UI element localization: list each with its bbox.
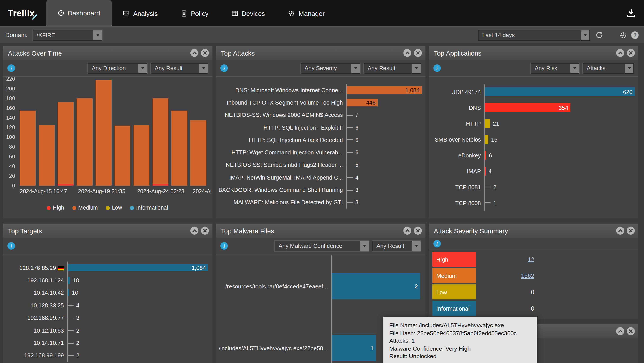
direction-filter-select[interactable]: Any Direction — [88, 63, 147, 74]
collapse-icon[interactable] — [403, 227, 411, 235]
row-label: 10.12.10.53 — [5, 327, 68, 334]
result-filter-select[interactable]: Any Result — [151, 63, 208, 74]
risk-filter-select[interactable]: Any Risk — [531, 63, 579, 74]
attack-time-bar[interactable] — [172, 111, 187, 186]
close-icon[interactable] — [627, 327, 635, 335]
info-icon[interactable] — [220, 242, 228, 250]
bar-value: 4 — [488, 168, 492, 174]
close-icon[interactable] — [627, 49, 635, 57]
row-label: SMB over Netbios — [431, 136, 484, 143]
value-bar[interactable]: 620 — [485, 87, 635, 96]
row-label: HTTP: Wget Command Injection Vulnerab... — [218, 149, 346, 156]
row-label: IMAP: NetWin SurgeMail IMAPd Append C... — [218, 174, 346, 181]
legend-dot — [47, 206, 51, 210]
panel-header: Top Targets — [3, 224, 212, 238]
attack-time-bar[interactable] — [96, 80, 112, 186]
value-bar[interactable]: 1,084 — [68, 264, 208, 271]
tick-dash — [347, 140, 353, 141]
value-bar[interactable] — [68, 289, 69, 296]
collapse-icon[interactable] — [616, 227, 624, 235]
metric-select[interactable]: Attacks — [583, 63, 634, 74]
value-bar[interactable] — [485, 135, 488, 144]
top-targets-rows: 128.176.85.291,084192.168.1.1241810.14.1… — [3, 254, 212, 362]
dashboard-app: Trellix Dashboard Analysis Policy Device… — [0, 0, 644, 363]
aot-x-labels: 2024-Aug-15 16:472024-Aug-19 21:352024-A… — [20, 188, 209, 196]
collapse-icon[interactable] — [616, 49, 624, 57]
attack-time-bar[interactable] — [77, 98, 92, 186]
tab-manager[interactable]: Manager — [276, 0, 336, 27]
value-bar[interactable] — [68, 277, 70, 284]
download-icon[interactable] — [626, 8, 636, 18]
malware-confidence-filter-select[interactable]: Any Malware Confidence — [274, 241, 369, 251]
value-bar[interactable]: 1,084 — [347, 86, 422, 94]
value-bar[interactable] — [485, 151, 486, 160]
close-icon[interactable] — [201, 49, 209, 57]
close-icon[interactable] — [414, 49, 422, 57]
chart-row: 10.14.10.712 — [5, 337, 210, 349]
collapse-icon[interactable] — [190, 49, 198, 57]
bar-value: 4 — [76, 302, 79, 309]
info-icon[interactable] — [220, 64, 228, 72]
y-tick-label: 100 — [6, 134, 15, 140]
high-segment — [152, 184, 168, 186]
document-icon — [181, 10, 187, 17]
medium-segment — [96, 80, 112, 186]
panel-title: Attacks Over Time — [8, 49, 62, 57]
close-icon[interactable] — [627, 227, 635, 235]
result-filter-select[interactable]: Any Result — [364, 63, 421, 74]
tooltip-line: File Name: /includes/AL5THvvehvvvajyc.ex… — [389, 321, 531, 329]
collapse-icon[interactable] — [403, 49, 411, 57]
info-icon[interactable] — [433, 64, 441, 72]
collapse-icon[interactable] — [616, 327, 624, 335]
severity-count: 0 — [476, 305, 534, 312]
value-bar[interactable]: 2 — [332, 273, 420, 299]
medium-segment — [190, 120, 206, 186]
info-icon[interactable] — [8, 242, 15, 250]
attack-time-bar[interactable] — [114, 126, 130, 186]
chart-row: Inbound TCP OTX Segment Volume Too High4… — [218, 96, 423, 109]
row-label: IMAP — [431, 168, 484, 174]
value-bar[interactable]: 1 — [332, 335, 376, 361]
tab-dashboard[interactable]: Dashboard — [46, 0, 112, 27]
result-filter-select[interactable]: Any Result — [372, 241, 421, 251]
severity-count-link[interactable]: 12 — [476, 256, 534, 263]
select-value: Any Direction — [88, 65, 138, 72]
collapse-icon[interactable] — [190, 227, 198, 235]
dropdown-arrow-icon — [412, 241, 420, 251]
severity-filter-select[interactable]: Any Severity — [300, 63, 360, 74]
help-icon[interactable] — [631, 31, 639, 39]
row-label: 192.168.99.77 — [5, 315, 68, 321]
bar-value: 6 — [355, 137, 358, 143]
chart-row: MALWARE: Malicious File Detected by GTI3 — [218, 196, 423, 209]
bar-value: 1,084 — [192, 264, 208, 271]
legend-item: Informational — [130, 205, 168, 211]
tab-policy[interactable]: Policy — [169, 0, 220, 27]
attack-time-bar[interactable] — [58, 102, 74, 186]
select-value: Attacks — [583, 65, 624, 72]
info-icon[interactable] — [8, 64, 15, 72]
attack-time-bar[interactable] — [39, 125, 55, 186]
legend-label: Medium — [78, 205, 98, 211]
attack-time-bar[interactable] — [152, 98, 168, 186]
value-bar[interactable]: 446 — [347, 99, 378, 106]
severity-count-link[interactable]: 1562 — [476, 272, 534, 279]
close-icon[interactable] — [414, 227, 422, 235]
value-bar[interactable] — [485, 167, 486, 176]
tab-devices[interactable]: Devices — [220, 0, 276, 27]
settings-gear-icon[interactable] — [619, 31, 627, 39]
info-icon[interactable] — [433, 240, 441, 247]
tab-analysis[interactable]: Analysis — [112, 0, 169, 27]
attack-time-bar[interactable] — [20, 111, 36, 186]
attack-time-bar[interactable] — [134, 125, 150, 186]
value-bar[interactable]: 354 — [485, 103, 570, 112]
panel-actions — [190, 49, 209, 57]
time-range-select[interactable]: Last 14 days — [478, 30, 590, 40]
close-icon[interactable] — [201, 227, 209, 235]
refresh-icon[interactable] — [595, 31, 604, 39]
chevron-up-glyph — [192, 229, 196, 234]
bar-value: 6 — [355, 149, 358, 156]
value-bar[interactable] — [485, 119, 490, 128]
severity-chip: High — [432, 252, 476, 267]
domain-select[interactable]: /XFIRE — [33, 30, 102, 40]
attack-time-bar[interactable] — [190, 120, 206, 186]
